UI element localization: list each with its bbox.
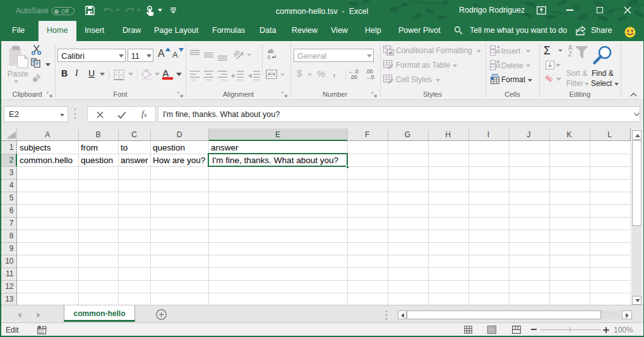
- svg-text:ab: ab: [234, 49, 241, 58]
